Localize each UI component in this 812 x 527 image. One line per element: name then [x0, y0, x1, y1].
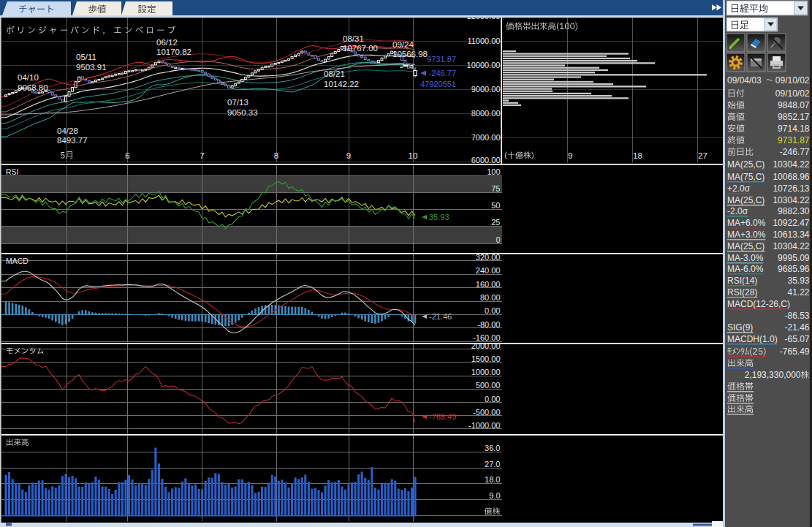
- svg-text:-1000.00: -1000.00: [468, 421, 500, 430]
- svg-text:2,193,330,000: 2,193,330,000: [745, 370, 801, 380]
- svg-text:-21.46: -21.46: [429, 312, 452, 321]
- svg-text:10304.22: 10304.22: [773, 195, 809, 205]
- svg-text:0.00: 0.00: [485, 306, 500, 315]
- svg-text:MACDH(1.0): MACDH(1.0): [727, 334, 778, 344]
- svg-text:50: 50: [491, 201, 500, 210]
- svg-text:7000.00: 7000.00: [471, 133, 501, 142]
- svg-text:-500.00: -500.00: [473, 408, 500, 417]
- svg-text:MA(25,C): MA(25,C): [727, 241, 764, 251]
- svg-text:9731.87: 9731.87: [427, 55, 456, 64]
- svg-text:9: 9: [346, 151, 351, 160]
- svg-text:2000.00: 2000.00: [471, 341, 501, 350]
- svg-text:7: 7: [200, 151, 204, 160]
- svg-text:07/13: 07/13: [227, 98, 248, 107]
- svg-text:35.93: 35.93: [429, 213, 449, 221]
- svg-text:9848.07: 9848.07: [778, 100, 810, 110]
- svg-text:04/10: 04/10: [18, 73, 39, 82]
- svg-text:9: 9: [568, 151, 572, 160]
- svg-text:9.0: 9.0: [489, 491, 500, 500]
- svg-text:25: 25: [491, 218, 500, 227]
- svg-text:-246.77: -246.77: [429, 69, 456, 77]
- svg-text:MA+3.0%: MA+3.0%: [727, 230, 766, 240]
- svg-text:27: 27: [698, 151, 707, 160]
- svg-text:9503.91: 9503.91: [76, 63, 107, 72]
- svg-text:27.0: 27.0: [485, 460, 500, 469]
- svg-text:10304.22: 10304.22: [773, 241, 809, 251]
- svg-text:41.22: 41.22: [787, 287, 809, 297]
- svg-text:10566.98: 10566.98: [392, 50, 428, 58]
- svg-text:RSI: RSI: [6, 167, 19, 176]
- svg-text:-86.53: -86.53: [784, 311, 809, 321]
- svg-text:100: 100: [487, 167, 500, 176]
- svg-text:240.00: 240.00: [476, 266, 501, 275]
- svg-text:+2.0σ: +2.0σ: [727, 183, 751, 194]
- svg-text:18: 18: [633, 151, 642, 160]
- svg-text:-2.0σ: -2.0σ: [727, 206, 748, 216]
- svg-text:0.00: 0.00: [485, 395, 500, 403]
- svg-text:47920551: 47920551: [420, 80, 456, 88]
- svg-text:9685.96: 9685.96: [778, 264, 810, 274]
- svg-text:9852.17: 9852.17: [778, 112, 810, 122]
- svg-text:75: 75: [491, 184, 500, 193]
- svg-text:500.00: 500.00: [476, 381, 501, 390]
- svg-text:10767.00: 10767.00: [343, 44, 378, 53]
- svg-text:10000.00: 10000.00: [467, 61, 501, 69]
- svg-text:MA-6.0%: MA-6.0%: [727, 264, 764, 274]
- svg-text:09/10/02: 09/10/02: [775, 75, 810, 86]
- svg-text:6000.00: 6000.00: [471, 156, 501, 164]
- svg-text:9882.30: 9882.30: [778, 206, 810, 216]
- svg-text:8493.77: 8493.77: [57, 136, 88, 145]
- svg-text:6: 6: [125, 151, 129, 160]
- svg-text:9714.18: 9714.18: [778, 124, 810, 134]
- svg-text:10613.34: 10613.34: [773, 230, 809, 240]
- svg-text:11000.00: 11000.00: [467, 37, 500, 45]
- svg-text:320.00: 320.00: [476, 253, 501, 262]
- svg-text:10922.47: 10922.47: [773, 218, 809, 228]
- svg-text:10170.82: 10170.82: [156, 48, 191, 56]
- svg-text:8000.00: 8000.00: [471, 109, 501, 118]
- svg-text:9000.00: 9000.00: [471, 85, 501, 94]
- svg-text:RSI(14): RSI(14): [727, 276, 757, 286]
- svg-text:160.00: 160.00: [476, 280, 501, 289]
- svg-text:0: 0: [496, 235, 500, 244]
- svg-text:MA+6.0%: MA+6.0%: [727, 218, 766, 228]
- svg-text:10068.96: 10068.96: [773, 172, 809, 182]
- svg-text:04/28: 04/28: [57, 126, 78, 135]
- svg-text:05/11: 05/11: [76, 53, 96, 61]
- svg-text:MA(75,C): MA(75,C): [727, 172, 764, 182]
- svg-text:8: 8: [274, 151, 278, 160]
- svg-text:09/24: 09/24: [392, 40, 414, 49]
- svg-text:1500.00: 1500.00: [471, 355, 501, 363]
- svg-text:08/31: 08/31: [343, 34, 364, 43]
- svg-text:09/10/02: 09/10/02: [775, 88, 810, 99]
- svg-text:-80.00: -80.00: [477, 320, 500, 329]
- svg-text:36.0: 36.0: [485, 444, 500, 452]
- svg-text:MA(25,C): MA(25,C): [727, 159, 764, 170]
- svg-text:9731.87: 9731.87: [778, 135, 810, 145]
- svg-text:9050.33: 9050.33: [227, 108, 258, 117]
- svg-text:10142.22: 10142.22: [324, 80, 359, 88]
- svg-text:10304.22: 10304.22: [773, 159, 809, 170]
- svg-text:9068.80: 9068.80: [18, 83, 48, 92]
- svg-text:06/12: 06/12: [156, 38, 178, 47]
- svg-text:MACD(12-26,C): MACD(12-26,C): [727, 299, 790, 309]
- svg-text:80.00: 80.00: [480, 293, 501, 302]
- svg-text:35.93: 35.93: [787, 276, 809, 286]
- svg-text:-21.46: -21.46: [784, 322, 809, 333]
- svg-text:MA(25,C): MA(25,C): [727, 195, 764, 205]
- svg-text:SIG(9): SIG(9): [727, 322, 753, 333]
- svg-text:-65.07: -65.07: [784, 334, 809, 344]
- svg-text:-246.77: -246.77: [780, 147, 810, 157]
- svg-text:MA-3.0%: MA-3.0%: [727, 253, 764, 263]
- svg-text:-765.49: -765.49: [780, 346, 810, 357]
- svg-text:RSI(28): RSI(28): [727, 287, 757, 297]
- svg-text:1000.00: 1000.00: [471, 368, 501, 376]
- svg-text:18.0: 18.0: [485, 475, 500, 484]
- svg-text:08/21: 08/21: [324, 69, 345, 78]
- svg-text:-765.49: -765.49: [429, 412, 456, 421]
- svg-text:09/04/03: 09/04/03: [727, 75, 762, 86]
- svg-text:9995.09: 9995.09: [778, 253, 810, 263]
- svg-text:MACD: MACD: [6, 257, 29, 265]
- svg-text:10726.13: 10726.13: [773, 183, 809, 194]
- svg-text:10: 10: [409, 151, 418, 160]
